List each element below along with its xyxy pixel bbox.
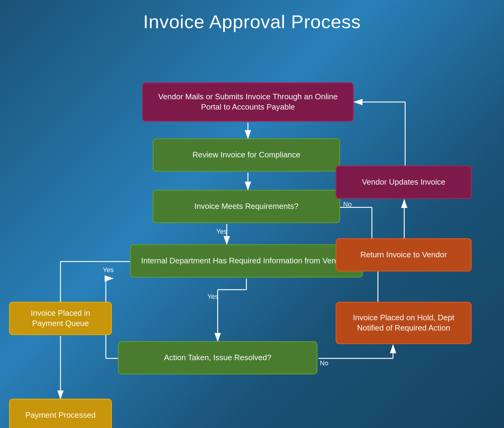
payment-processed-box: Payment Processed (9, 399, 112, 428)
payment-queue-box: Invoice Placed in Payment Queue (9, 302, 112, 335)
invoice-meets-box: Invoice Meets Requirements? (153, 190, 340, 223)
diagram-area: Yes No Yes No Yes No Vendor Mails or Sub… (0, 38, 504, 427)
invoice-hold-box: Invoice Placed on Hold, Dept Notified of… (336, 302, 472, 344)
yes-label-3: Yes (207, 293, 218, 301)
return-vendor-box: Return Invoice to Vendor (336, 238, 472, 272)
review-compliance-box: Review Invoice for Compliance (153, 138, 340, 172)
vendor-submit-box: Vendor Mails or Submits Invoice Through … (142, 82, 354, 122)
action-taken-box: Action Taken, Issue Resolved? (118, 341, 317, 374)
yes-label-2: Yes (103, 266, 114, 274)
yes-label-1: Yes (216, 228, 227, 235)
vendor-updates-box: Vendor Updates Invoice (336, 166, 472, 199)
no-label-1: No (343, 200, 352, 208)
no-label-3: No (320, 359, 328, 367)
page-title: Invoice Approval Process (0, 0, 504, 38)
internal-dept-box: Internal Department Has Required Informa… (130, 244, 363, 278)
